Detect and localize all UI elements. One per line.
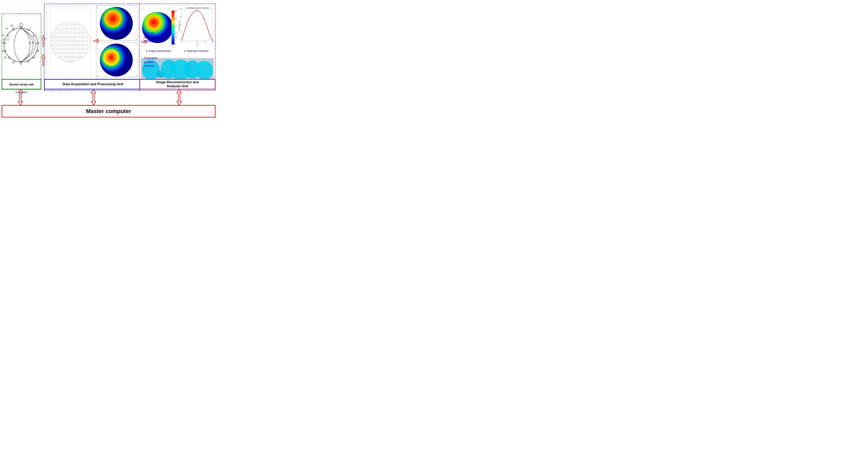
svg-text:4: 4 bbox=[169, 8, 169, 10]
svg-text:30: 30 bbox=[175, 33, 177, 35]
svg-text:0: 0 bbox=[181, 41, 182, 43]
arrow-recon-master bbox=[177, 90, 182, 105]
svg-text:7: 7 bbox=[29, 60, 30, 63]
svg-text:0: 0 bbox=[180, 39, 181, 41]
svg-text:60: 60 bbox=[180, 8, 181, 10]
svg-text:9: 9 bbox=[12, 62, 13, 64]
svg-point-341 bbox=[100, 45, 128, 72]
label-e: e. Parametric inversion bbox=[177, 49, 215, 53]
svg-text:4: 4 bbox=[135, 43, 136, 45]
data-acquisition-box: Data Acquisition and Processing Unit bbox=[44, 79, 142, 90]
svg-text:I: I bbox=[21, 24, 22, 26]
svg-text:-4: -4 bbox=[97, 75, 98, 77]
svg-text:4: 4 bbox=[97, 43, 98, 45]
svg-text:0: 0 bbox=[175, 43, 176, 45]
svg-rect-332 bbox=[46, 6, 94, 82]
svg-text:8: 8 bbox=[21, 63, 22, 65]
svg-text:4: 4 bbox=[97, 7, 98, 9]
svg-text:-4: -4 bbox=[135, 38, 137, 40]
svg-point-383 bbox=[196, 61, 213, 80]
svg-marker-392 bbox=[142, 40, 147, 44]
arrow-heatmap-to-algo bbox=[142, 40, 147, 44]
svg-text:4: 4 bbox=[142, 8, 142, 10]
svg-text:%: % bbox=[173, 46, 174, 48]
arrow-data-master bbox=[91, 90, 96, 105]
svg-text:Concentration (%): Concentration (%) bbox=[178, 21, 180, 31]
svg-text:50: 50 bbox=[175, 18, 177, 20]
svg-text:16: 16 bbox=[10, 25, 13, 27]
recon-chart-e: Concentration profile of a slug flow 60 … bbox=[178, 6, 214, 49]
image-recon-label: Image Reconstruction and Analysis Unit bbox=[156, 80, 198, 88]
svg-text:20: 20 bbox=[212, 41, 214, 43]
label-d: d. Image reconstruction bbox=[140, 49, 177, 53]
sensor-unit-box: Senser array unit bbox=[2, 79, 41, 90]
svg-text:5: 5 bbox=[38, 50, 39, 52]
svg-text:5: 5 bbox=[189, 41, 190, 43]
svg-marker-390 bbox=[42, 54, 45, 66]
heatmap-top: 4 4 -4 -4 bbox=[96, 6, 138, 41]
sensor-dashed-region: 1 2 V 3 V 4 5 6 7 bbox=[2, 13, 41, 90]
svg-text:Concentration profile of a slu: Concentration profile of a slug flow bbox=[186, 7, 209, 9]
arrow-grid-to-heatmap bbox=[93, 39, 99, 43]
svg-point-27 bbox=[4, 42, 6, 44]
svg-text:11: 11 bbox=[2, 50, 4, 52]
svg-text:14: 14 bbox=[6, 27, 8, 30]
svg-point-335 bbox=[100, 7, 128, 35]
image-recon-box: Image Reconstruction and Analysis Unit bbox=[140, 79, 215, 90]
arrow-sensor-to-grid-bottom bbox=[42, 54, 45, 66]
sensor-unit-label: Senser array unit bbox=[9, 82, 34, 86]
arrow-sensor-to-grid-top bbox=[42, 35, 45, 47]
svg-text:4: 4 bbox=[38, 42, 39, 44]
segmentation-grid: 123 456 789 101112 131415 161718 192021 … bbox=[46, 6, 94, 82]
svg-text:r/D: r/D bbox=[197, 44, 198, 46]
heatmap-area: 4 4 -4 -4 bbox=[96, 6, 140, 86]
svg-marker-394 bbox=[91, 90, 96, 105]
svg-text:-4: -4 bbox=[135, 75, 137, 77]
data-dashed-region: 123 456 789 101112 131415 161718 192021 … bbox=[44, 4, 142, 91]
svg-text:10: 10 bbox=[197, 41, 198, 43]
algo-text-conjugate: Conjugate gradient method bbox=[144, 56, 166, 68]
svg-text:20: 20 bbox=[180, 24, 181, 26]
recon-de-labels: d. Image reconstruction e. Parametric in… bbox=[140, 49, 215, 53]
data-acquisition-label: Data Acquisition and Processing Unit bbox=[63, 82, 123, 86]
svg-point-11 bbox=[36, 42, 38, 44]
svg-marker-393 bbox=[18, 90, 23, 105]
svg-text:V: V bbox=[34, 35, 35, 37]
recon-dashed-region: 60 50 40 30 10 0 % 4 4 -4 -4 bbox=[140, 4, 215, 91]
svg-marker-391 bbox=[93, 39, 99, 43]
svg-point-21 bbox=[13, 61, 15, 62]
svg-text:2: 2 bbox=[30, 27, 31, 30]
svg-text:-4: -4 bbox=[142, 45, 143, 47]
svg-rect-348 bbox=[172, 11, 175, 45]
heatmap-bottom: 4 4 -4 -4 bbox=[96, 42, 138, 77]
master-computer-label: Master computer bbox=[86, 108, 131, 114]
svg-marker-395 bbox=[177, 90, 182, 105]
svg-text:13: 13 bbox=[2, 34, 4, 36]
svg-point-29 bbox=[7, 35, 9, 36]
svg-marker-39 bbox=[29, 42, 31, 44]
svg-point-33 bbox=[7, 39, 9, 40]
svg-text:4: 4 bbox=[135, 7, 136, 9]
svg-text:10: 10 bbox=[175, 36, 177, 38]
svg-text:15: 15 bbox=[3, 39, 5, 41]
sensor-diagram: 1 2 V 3 V 4 5 6 7 bbox=[2, 14, 40, 86]
svg-text:-4: -4 bbox=[169, 45, 170, 47]
algo-text-inverse: Inverse projection algorithm bbox=[144, 31, 166, 43]
svg-text:10: 10 bbox=[4, 57, 6, 59]
main-container: Master computer 1 2 V 3 bbox=[0, 0, 217, 119]
svg-marker-40 bbox=[32, 42, 34, 44]
svg-text:60: 60 bbox=[175, 10, 177, 12]
svg-marker-389 bbox=[42, 35, 45, 47]
svg-text:12: 12 bbox=[2, 42, 4, 44]
arrow-sensor-master bbox=[18, 90, 23, 105]
master-computer-bar: Master computer bbox=[2, 105, 215, 117]
svg-text:40: 40 bbox=[180, 16, 181, 18]
svg-point-35 bbox=[13, 27, 14, 29]
svg-point-17 bbox=[27, 61, 29, 62]
svg-text:40: 40 bbox=[175, 25, 177, 27]
svg-text:6: 6 bbox=[34, 57, 35, 59]
svg-text:15: 15 bbox=[205, 41, 206, 43]
